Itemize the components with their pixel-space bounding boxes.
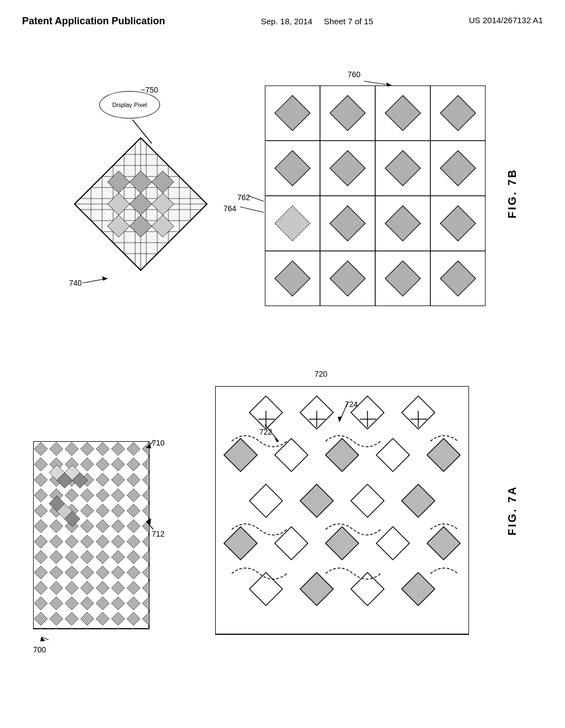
svg-marker-114 <box>402 572 435 606</box>
label-740-arrow <box>69 273 124 290</box>
svg-marker-58 <box>330 206 365 241</box>
svg-marker-39 <box>102 276 108 281</box>
labels-762-764-arrows <box>221 185 270 229</box>
header-left: Patent Application Publication <box>22 15 165 27</box>
svg-rect-70 <box>33 441 149 629</box>
svg-marker-63 <box>385 261 420 296</box>
svg-marker-105 <box>402 484 435 517</box>
fig7b-label: FIG. 7B <box>506 168 519 218</box>
svg-marker-52 <box>440 95 476 131</box>
label-724-arrow <box>326 397 381 441</box>
grid-4x4-svg <box>265 85 486 306</box>
svg-marker-107 <box>275 527 308 560</box>
small-grid-700-svg <box>33 441 160 640</box>
label-700-arrow <box>33 634 66 651</box>
svg-marker-101 <box>427 438 460 472</box>
fig7b-container: Display Pixel ~750 <box>33 85 513 345</box>
labels-7a-left-arrows <box>143 436 188 546</box>
header: Patent Application Publication Sep. 18, … <box>0 0 565 28</box>
svg-marker-106 <box>224 527 257 560</box>
page: Patent Application Publication Sep. 18, … <box>0 0 565 728</box>
svg-marker-99 <box>326 438 359 472</box>
svg-marker-79 <box>146 444 151 448</box>
fig7a-container: 710 712 700 720 724 722 <box>33 386 513 684</box>
header-center: Sep. 18, 2014 Sheet 7 of 15 <box>261 15 374 28</box>
svg-marker-112 <box>300 572 333 606</box>
svg-marker-56 <box>440 151 476 186</box>
svg-marker-103 <box>300 484 333 517</box>
svg-marker-60 <box>440 206 476 241</box>
display-pixel-svg <box>72 135 210 273</box>
svg-marker-62 <box>330 261 365 296</box>
label-750: ~750 <box>141 85 158 94</box>
svg-marker-109 <box>376 527 409 560</box>
header-right: US 2014/267132 A1 <box>469 15 543 25</box>
svg-line-65 <box>248 196 264 201</box>
svg-marker-61 <box>275 261 310 296</box>
svg-marker-100 <box>376 438 409 472</box>
svg-marker-51 <box>385 95 420 131</box>
svg-marker-53 <box>275 151 310 186</box>
svg-marker-113 <box>351 572 384 606</box>
label-720: 720 <box>315 370 327 378</box>
svg-marker-110 <box>427 527 460 560</box>
svg-line-117 <box>265 425 279 441</box>
svg-marker-59 <box>385 206 420 241</box>
label-722-arrow <box>248 419 303 452</box>
svg-marker-50 <box>330 95 365 131</box>
svg-marker-54 <box>330 151 365 186</box>
svg-marker-55 <box>385 151 420 186</box>
svg-marker-102 <box>249 484 282 517</box>
svg-marker-49 <box>275 95 310 131</box>
svg-marker-64 <box>440 261 476 296</box>
fig7a-label: FIG. 7A <box>506 485 519 536</box>
svg-marker-57 <box>275 206 310 241</box>
svg-marker-108 <box>326 527 359 560</box>
svg-marker-104 <box>351 484 384 517</box>
svg-line-66 <box>240 207 264 212</box>
